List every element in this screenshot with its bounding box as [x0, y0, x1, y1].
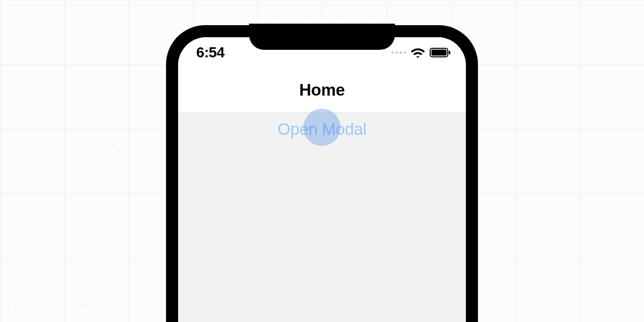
svg-rect-2 — [449, 51, 450, 54]
wifi-icon — [411, 47, 425, 58]
phone-notch — [249, 24, 395, 50]
battery-icon — [430, 48, 451, 57]
svg-rect-1 — [432, 49, 447, 55]
status-time: 6:54 — [196, 44, 224, 61]
screen-content: Open Modal — [178, 113, 466, 139]
open-modal-button[interactable]: Open Modal — [278, 120, 367, 139]
navigation-bar: Home — [178, 67, 466, 113]
cellular-icon — [391, 51, 406, 54]
phone-screen: 6:54 — [178, 37, 466, 322]
phone-device-frame: 6:54 — [166, 25, 478, 322]
page-title: Home — [299, 80, 345, 100]
status-indicators — [391, 47, 451, 58]
